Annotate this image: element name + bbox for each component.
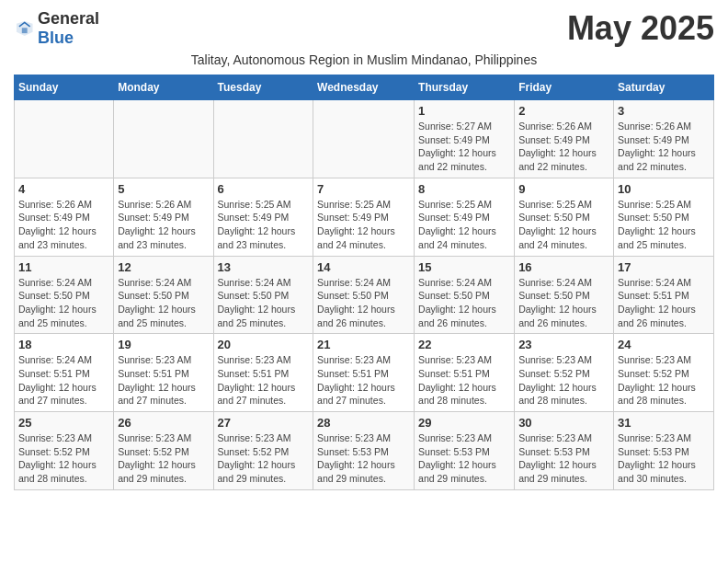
day-number: 4 <box>18 182 109 196</box>
day-number: 31 <box>618 416 710 430</box>
calendar-week-5: 25Sunrise: 5:23 AMSunset: 5:52 PMDayligh… <box>15 412 714 490</box>
calendar-cell: 9Sunrise: 5:25 AMSunset: 5:50 PMDaylight… <box>515 178 614 256</box>
weekday-header-sunday: Sunday <box>15 75 114 100</box>
calendar-cell: 7Sunrise: 5:25 AMSunset: 5:49 PMDaylight… <box>313 178 415 256</box>
weekday-header-tuesday: Tuesday <box>213 75 313 100</box>
logo-icon <box>14 18 34 39</box>
month-title: May 2025 <box>567 9 714 48</box>
day-info: Sunrise: 5:27 AMSunset: 5:49 PMDaylight:… <box>418 120 510 174</box>
day-number: 19 <box>118 338 209 351</box>
calendar-week-3: 11Sunrise: 5:24 AMSunset: 5:50 PMDayligh… <box>15 256 714 334</box>
day-number: 22 <box>418 338 510 351</box>
header: General Blue May 2025 <box>14 9 714 48</box>
day-info: Sunrise: 5:25 AMSunset: 5:50 PMDaylight:… <box>518 198 609 252</box>
calendar-cell <box>15 100 114 178</box>
day-number: 26 <box>118 416 209 430</box>
day-number: 9 <box>518 182 609 196</box>
logo-text: General Blue <box>38 9 99 48</box>
weekday-header-friday: Friday <box>515 75 614 100</box>
calendar-cell: 19Sunrise: 5:23 AMSunset: 5:51 PMDayligh… <box>114 334 213 412</box>
weekday-header-saturday: Saturday <box>614 75 714 100</box>
day-info: Sunrise: 5:23 AMSunset: 5:53 PMDaylight:… <box>518 431 609 486</box>
day-info: Sunrise: 5:23 AMSunset: 5:51 PMDaylight:… <box>317 353 410 408</box>
calendar-cell: 3Sunrise: 5:26 AMSunset: 5:49 PMDaylight… <box>614 100 714 178</box>
day-info: Sunrise: 5:23 AMSunset: 5:51 PMDaylight:… <box>218 353 310 408</box>
calendar-cell: 11Sunrise: 5:24 AMSunset: 5:50 PMDayligh… <box>15 256 114 334</box>
calendar-cell: 29Sunrise: 5:23 AMSunset: 5:53 PMDayligh… <box>415 412 515 490</box>
day-number: 25 <box>18 416 109 430</box>
calendar-cell: 6Sunrise: 5:25 AMSunset: 5:49 PMDaylight… <box>213 178 313 256</box>
calendar-cell: 8Sunrise: 5:25 AMSunset: 5:49 PMDaylight… <box>415 178 515 256</box>
day-info: Sunrise: 5:24 AMSunset: 5:50 PMDaylight:… <box>218 276 310 330</box>
calendar-cell: 17Sunrise: 5:24 AMSunset: 5:51 PMDayligh… <box>614 256 714 334</box>
day-info: Sunrise: 5:24 AMSunset: 5:51 PMDaylight:… <box>18 353 109 408</box>
calendar-week-2: 4Sunrise: 5:26 AMSunset: 5:49 PMDaylight… <box>15 178 714 256</box>
day-number: 11 <box>18 260 109 274</box>
day-number: 1 <box>418 104 510 118</box>
calendar-cell: 27Sunrise: 5:23 AMSunset: 5:52 PMDayligh… <box>213 412 313 490</box>
day-info: Sunrise: 5:23 AMSunset: 5:52 PMDaylight:… <box>118 431 209 486</box>
day-number: 24 <box>618 338 710 351</box>
day-number: 27 <box>218 416 310 430</box>
calendar-cell: 24Sunrise: 5:23 AMSunset: 5:52 PMDayligh… <box>614 334 714 412</box>
day-info: Sunrise: 5:26 AMSunset: 5:49 PMDaylight:… <box>618 120 710 174</box>
day-info: Sunrise: 5:25 AMSunset: 5:49 PMDaylight:… <box>317 198 410 252</box>
day-number: 16 <box>518 260 609 274</box>
calendar-cell: 2Sunrise: 5:26 AMSunset: 5:49 PMDaylight… <box>515 100 614 178</box>
day-number: 7 <box>317 182 410 196</box>
calendar-cell <box>213 100 313 178</box>
logo-general: General <box>38 9 99 28</box>
calendar-cell <box>114 100 213 178</box>
calendar-body: 1Sunrise: 5:27 AMSunset: 5:49 PMDaylight… <box>15 100 714 490</box>
weekday-row: SundayMondayTuesdayWednesdayThursdayFrid… <box>15 75 714 100</box>
calendar-cell: 1Sunrise: 5:27 AMSunset: 5:49 PMDaylight… <box>415 100 515 178</box>
calendar-cell: 20Sunrise: 5:23 AMSunset: 5:51 PMDayligh… <box>213 334 313 412</box>
day-number: 20 <box>218 338 310 351</box>
calendar-cell: 12Sunrise: 5:24 AMSunset: 5:50 PMDayligh… <box>114 256 213 334</box>
day-number: 14 <box>317 260 410 274</box>
calendar-week-1: 1Sunrise: 5:27 AMSunset: 5:49 PMDaylight… <box>15 100 714 178</box>
calendar-cell: 5Sunrise: 5:26 AMSunset: 5:49 PMDaylight… <box>114 178 213 256</box>
calendar-cell: 31Sunrise: 5:23 AMSunset: 5:53 PMDayligh… <box>614 412 714 490</box>
day-info: Sunrise: 5:26 AMSunset: 5:49 PMDaylight:… <box>518 120 609 174</box>
day-number: 21 <box>317 338 410 351</box>
calendar-cell: 25Sunrise: 5:23 AMSunset: 5:52 PMDayligh… <box>15 412 114 490</box>
day-info: Sunrise: 5:25 AMSunset: 5:49 PMDaylight:… <box>418 198 510 252</box>
calendar-cell: 18Sunrise: 5:24 AMSunset: 5:51 PMDayligh… <box>15 334 114 412</box>
day-info: Sunrise: 5:25 AMSunset: 5:49 PMDaylight:… <box>218 198 310 252</box>
day-info: Sunrise: 5:24 AMSunset: 5:50 PMDaylight:… <box>518 276 609 330</box>
day-info: Sunrise: 5:23 AMSunset: 5:52 PMDaylight:… <box>518 353 609 408</box>
day-info: Sunrise: 5:26 AMSunset: 5:49 PMDaylight:… <box>118 198 209 252</box>
day-info: Sunrise: 5:26 AMSunset: 5:49 PMDaylight:… <box>18 198 109 252</box>
day-number: 3 <box>618 104 710 118</box>
calendar-table: SundayMondayTuesdayWednesdayThursdayFrid… <box>14 75 714 490</box>
day-info: Sunrise: 5:25 AMSunset: 5:50 PMDaylight:… <box>618 198 710 252</box>
calendar-header: SundayMondayTuesdayWednesdayThursdayFrid… <box>15 75 714 100</box>
calendar-cell: 23Sunrise: 5:23 AMSunset: 5:52 PMDayligh… <box>515 334 614 412</box>
calendar-cell: 10Sunrise: 5:25 AMSunset: 5:50 PMDayligh… <box>614 178 714 256</box>
calendar-cell: 21Sunrise: 5:23 AMSunset: 5:51 PMDayligh… <box>313 334 415 412</box>
day-info: Sunrise: 5:24 AMSunset: 5:51 PMDaylight:… <box>618 276 710 330</box>
day-number: 18 <box>18 338 109 351</box>
day-info: Sunrise: 5:23 AMSunset: 5:53 PMDaylight:… <box>418 431 510 486</box>
calendar-cell: 30Sunrise: 5:23 AMSunset: 5:53 PMDayligh… <box>515 412 614 490</box>
day-number: 30 <box>518 416 609 430</box>
calendar-week-4: 18Sunrise: 5:24 AMSunset: 5:51 PMDayligh… <box>15 334 714 412</box>
day-number: 2 <box>518 104 609 118</box>
day-info: Sunrise: 5:23 AMSunset: 5:51 PMDaylight:… <box>418 353 510 408</box>
day-number: 8 <box>418 182 510 196</box>
subtitle: Talitay, Autonomous Region in Muslim Min… <box>14 52 714 67</box>
weekday-header-thursday: Thursday <box>415 75 515 100</box>
day-info: Sunrise: 5:23 AMSunset: 5:53 PMDaylight:… <box>317 431 410 486</box>
day-info: Sunrise: 5:23 AMSunset: 5:52 PMDaylight:… <box>18 431 109 486</box>
logo: General Blue <box>14 9 99 48</box>
day-number: 15 <box>418 260 510 274</box>
day-info: Sunrise: 5:24 AMSunset: 5:50 PMDaylight:… <box>317 276 410 330</box>
calendar-cell: 22Sunrise: 5:23 AMSunset: 5:51 PMDayligh… <box>415 334 515 412</box>
calendar-cell: 15Sunrise: 5:24 AMSunset: 5:50 PMDayligh… <box>415 256 515 334</box>
calendar-cell: 4Sunrise: 5:26 AMSunset: 5:49 PMDaylight… <box>15 178 114 256</box>
day-number: 10 <box>618 182 710 196</box>
calendar-cell: 28Sunrise: 5:23 AMSunset: 5:53 PMDayligh… <box>313 412 415 490</box>
logo-blue: Blue <box>38 29 74 47</box>
day-info: Sunrise: 5:23 AMSunset: 5:51 PMDaylight:… <box>118 353 209 408</box>
